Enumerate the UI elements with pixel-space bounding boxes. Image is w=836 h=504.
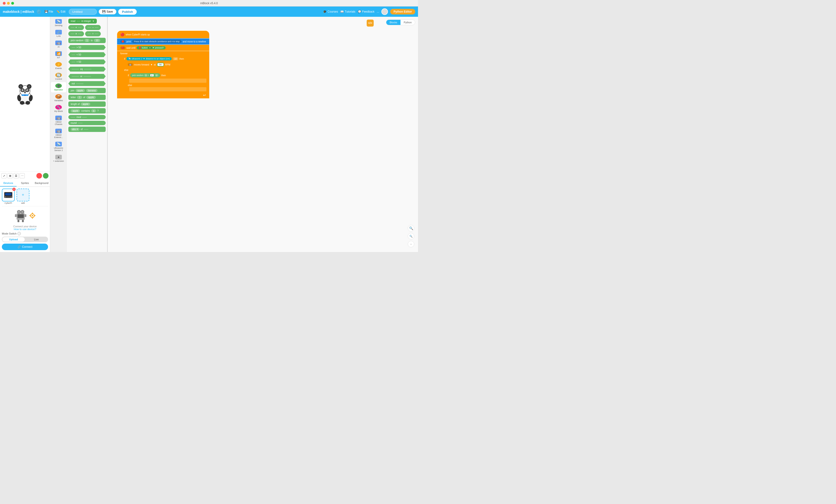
category-sidebar: 📡 Sensing 🔗 LAN 🤖 AI 📶 IoT ⚡ Events 🔄 [50,17,67,252]
cyberpi-device[interactable]: ✕ [2,189,15,201]
myblock-icon: 🔧 [55,105,62,110]
device-preview [2,206,48,225]
edit-menu-button[interactable]: ✏️Edit [55,9,67,14]
nested-if-block[interactable]: if pick random 1 t 2 1 then [126,72,207,79]
block-divide[interactable]: ÷ [85,31,101,36]
publish-button[interactable]: Publish [118,9,137,15]
block-subtract[interactable]: − [85,25,101,30]
maximize-button[interactable] [11,2,14,5]
category-ai[interactable]: 🤖 AI [51,39,66,50]
feedback-button[interactable]: 💬Feedback [358,10,375,13]
category-extension[interactable]: + + extension [51,153,66,164]
block-round[interactable]: round [68,121,106,125]
add-device-button[interactable]: + [17,189,30,201]
connect-button[interactable]: 🔗 Connect [2,244,48,250]
zoom-out-button[interactable]: 🔍 [408,233,414,239]
block-abs-of[interactable]: abs ▼ of [68,127,106,132]
svg-rect-35 [15,214,17,217]
live-button[interactable]: Live [25,237,48,242]
block-length-of[interactable]: length of apple [68,101,106,107]
block-letter-of[interactable]: letter 1 of apple [68,95,106,100]
block-read-integer[interactable]: read in integer ▼ [68,19,97,23]
gear-icon [29,212,36,219]
svg-point-4 [20,85,22,88]
tab-background[interactable]: Background [33,180,50,187]
forever-label: forever [117,51,209,56]
block-not[interactable]: not [68,81,106,86]
device-remove-button[interactable]: ✕ [12,188,16,191]
stop-button[interactable] [36,173,42,178]
window-title: mBlock v5.4.0 [200,2,217,5]
file-menu-button[interactable]: 💾File [43,9,55,14]
print-block[interactable]: 🔴 print Press B to start obstacle avoida… [117,38,209,44]
scratch-blocks-stack[interactable]: 🔴 when CyberPi starts up 🔴 print Press B… [117,31,209,98]
block-mod[interactable]: mod [68,115,106,119]
block-multiply[interactable]: × [68,31,84,36]
tab-blocks[interactable]: Blocks [386,20,400,25]
category-control[interactable]: 🔄 Control [51,71,66,82]
category-mbot2ext[interactable]: 🤖 mBot2 Extensi... [51,127,66,140]
python-editor-button[interactable]: Python Editor [390,9,415,15]
code-toggle-button[interactable]: </> [367,20,374,26]
minimize-button[interactable] [7,2,10,5]
dots-view-icon[interactable]: ⋯ [20,173,25,178]
wait-until-block[interactable]: 🔴 wait until 🔴 button B ▼ pressed? [117,45,209,51]
svg-rect-28 [18,214,24,218]
category-events[interactable]: ⚡ Events [51,61,66,71]
forever-bottom: ↩ [117,92,209,98]
devices-panel: ✕ CyberPi + add [0,187,50,252]
grid-view-icon[interactable]: ⊞ [7,173,13,178]
moves-forward-block[interactable]: 🤖 moves forward ▼ at 50 RPM [126,61,207,67]
category-lan[interactable]: 🔗 LAN [51,28,66,39]
block-lt[interactable]: < 50 [68,52,106,57]
block-pick-random[interactable]: pick random 1 to 10 [68,38,106,43]
avatar[interactable] [381,8,388,15]
brand-logo: makeblock | mBlock [3,10,34,14]
category-sensing[interactable]: 📡 Sensing [51,18,66,28]
category-operator[interactable]: ➕ Operator [51,82,66,92]
expand-icon[interactable]: ⤢ [1,173,6,178]
hat-block[interactable]: 🔴 when CyberPi starts up [117,31,209,38]
canvas-area[interactable]: Blocks Python </> 🔴 when CyberPi starts … [108,17,418,252]
mode-switch-info-icon[interactable]: i [18,232,21,235]
category-iot[interactable]: 📶 IoT [51,50,66,60]
block-join[interactable]: join apple banana [68,88,106,93]
view-tabs: Blocks Python [386,20,415,25]
zoom-controls: 🔍 🔍 − [408,225,414,247]
file-edit-group: 💾File ✏️Edit [43,9,67,14]
category-mbot2[interactable]: 🤖 mBot2 Chassis [51,114,66,127]
tutorials-button[interactable]: 📖Tutorials [340,10,356,13]
block-add[interactable]: + [68,25,84,30]
list-view-icon[interactable]: ☰ [14,173,19,178]
block-or[interactable]: or [68,74,106,79]
category-ultrasonic[interactable]: 📡 Ultrasonic Sensor 2 [51,140,66,153]
block-and[interactable]: eq [68,67,106,72]
zoom-reset-button[interactable]: − [408,241,414,247]
block-gt[interactable]: > 50 [68,45,106,50]
how-to-use-link[interactable]: How to use device? [2,228,48,231]
tab-python[interactable]: Python [400,20,415,25]
mode-switch-row: Mode Switch i [2,232,48,235]
project-title-input[interactable] [69,9,97,15]
upload-button[interactable]: Upload [2,237,25,242]
if-block-outer[interactable]: if 📡 ultrasonic 2 ▼ distance to an objec… [122,56,208,91]
svg-rect-42 [34,215,35,216]
mbot2ext-icon: 🤖 [55,129,62,133]
svg-point-19 [25,101,30,105]
more-button[interactable]: ... [377,10,379,13]
run-button[interactable] [43,173,49,178]
block-contains[interactable]: apple contains a ? [68,108,106,114]
upload-live-toggle: Upload Live [2,237,48,242]
block-eq[interactable]: = 50 [68,59,106,64]
close-button[interactable] [3,2,5,5]
svg-point-12 [23,90,23,90]
extension-icon: + [55,155,62,159]
category-myblock[interactable]: 🔧 My Block [51,103,66,114]
courses-button[interactable]: 🎓Courses [323,10,338,13]
zoom-in-button[interactable]: 🔍 [408,225,414,232]
forever-block[interactable]: forever if 📡 ultrasonic 2 ▼ distance to … [117,51,209,98]
category-variables[interactable]: 📦 Variables [51,93,66,103]
tab-devices[interactable]: Devices [0,180,17,187]
save-button[interactable]: 💾Save [99,9,116,15]
tab-sprites[interactable]: Sprites [17,180,33,187]
